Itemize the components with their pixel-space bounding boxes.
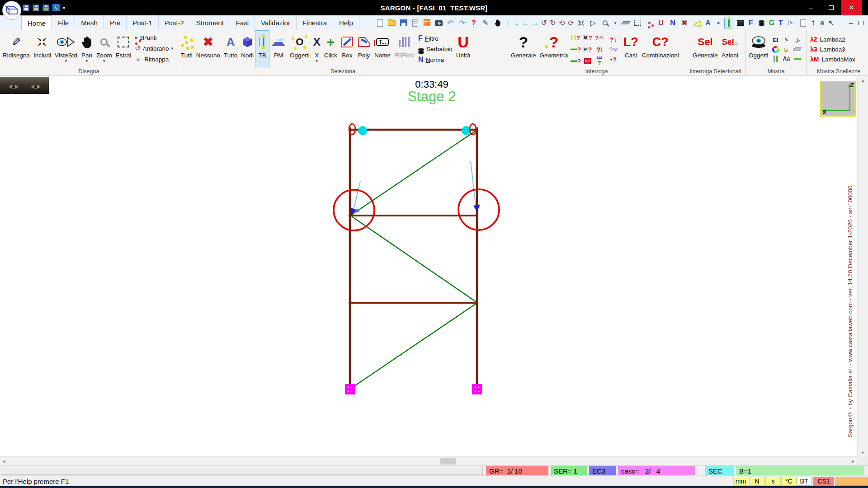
sel-azioni-button[interactable]: Sel↓ Azioni <box>720 31 740 68</box>
calculator-icon[interactable] <box>421 17 432 29</box>
edit-pencil-icon[interactable]: ✎ <box>480 17 491 29</box>
arrow-up-icon[interactable]: ↑ <box>504 17 512 29</box>
save-file-icon[interactable] <box>398 17 409 29</box>
pan-button[interactable]: Pan ▾ <box>79 31 94 68</box>
unit-length-badge[interactable]: mm <box>733 477 748 486</box>
tutto-button[interactable]: A Tutto <box>222 31 239 68</box>
save-copy-icon[interactable] <box>42 5 49 11</box>
zoom-button[interactable]: Zoom ▾ <box>94 31 114 68</box>
mostra-line-button[interactable] <box>794 58 801 60</box>
save-as-icon[interactable] <box>33 5 39 11</box>
lambda3-button[interactable]: λ3Lambda3 <box>810 44 868 54</box>
ridisegna-button[interactable]: ✎ Ridisegna <box>1 31 32 68</box>
filtro-button[interactable]: FFiltro <box>418 34 453 42</box>
new-file-icon[interactable] <box>374 17 385 29</box>
scroll-down-icon[interactable]: ▾ <box>858 448 868 456</box>
status-sec-badge[interactable]: SEC <box>705 466 734 475</box>
node-dot-icon[interactable]: ▪ <box>714 17 722 29</box>
norma-quick-icon[interactable]: N <box>667 17 678 29</box>
interroga-bar-button[interactable]: ?| <box>596 46 602 53</box>
cs1-badge[interactable]: CS1 <box>813 477 834 486</box>
tab-file[interactable]: File <box>52 15 75 30</box>
rotate-cw-icon[interactable]: ↻ <box>549 17 557 29</box>
structure-drawing[interactable] <box>0 76 857 456</box>
interroga-s-button[interactable]: S? <box>584 58 591 64</box>
edit-box-icon[interactable]: ✎ <box>786 17 797 29</box>
status-ec3-badge[interactable]: EC3 <box>589 466 616 475</box>
tab-help[interactable]: Help <box>333 15 359 30</box>
mostra-colors-button[interactable] <box>772 46 779 53</box>
close-button[interactable]: ✕ <box>841 0 862 15</box>
horizontal-scroll-thumb[interactable] <box>440 458 456 465</box>
grid-icon[interactable]: G <box>768 17 776 29</box>
fit-view-icon[interactable]: ↘↙↗↖ <box>576 17 587 29</box>
save-icon[interactable] <box>23 5 29 11</box>
poly-select-button[interactable]: Poly <box>355 31 373 68</box>
tab-validazioni[interactable]: Validazior <box>255 15 297 30</box>
t-tool-icon[interactable]: t <box>809 17 817 29</box>
database-icon[interactable] <box>756 17 767 29</box>
undo-icon[interactable]: ↶ <box>445 17 456 29</box>
pm-button[interactable]: PM <box>269 31 288 68</box>
estrai-button[interactable]: Estrai <box>114 31 133 68</box>
combinazioni-button[interactable]: C? Combinazioni <box>640 31 681 68</box>
rotate-down-icon[interactable]: ⟳ <box>567 17 575 29</box>
status-gr-badge[interactable]: GR= 1/ 10 <box>486 466 548 475</box>
mdi-minimize-button[interactable]: – <box>849 19 853 27</box>
interroga-qdot-button[interactable]: ●? <box>609 56 618 63</box>
interroga-geometria-button[interactable]: ? Geometria <box>538 31 570 68</box>
sel-generale-button[interactable]: Sel Generale <box>691 31 720 68</box>
interroga-generale-button[interactable]: ? Generale <box>509 31 538 68</box>
unita-button[interactable]: U Unità <box>454 31 472 68</box>
interroga-p-button[interactable]: P? <box>583 46 592 53</box>
tb-button[interactable]: TB <box>255 31 269 68</box>
click-button[interactable]: + Click <box>322 31 339 68</box>
zoom-tool-icon[interactable] <box>599 17 610 29</box>
e-tool-icon[interactable]: e <box>818 17 826 29</box>
drawing-canvas[interactable]: 0:33:49 Stage 2 <box>0 76 868 465</box>
vistestd-button[interactable]: VisteStd ▾ <box>53 31 79 68</box>
minimize-button[interactable]: – <box>801 0 821 15</box>
scroll-left-icon[interactable]: ◂ <box>0 457 8 465</box>
lambda2-button[interactable]: λ2Lambda2 <box>810 34 868 44</box>
open-folder-icon[interactable] <box>386 17 397 29</box>
app-logo[interactable] <box>2 1 21 20</box>
nessuno-button[interactable]: ✖ Nessuno <box>194 31 222 68</box>
maximize-button[interactable] <box>821 0 841 15</box>
status-caso-badge[interactable]: caso= 2/ 4 <box>618 466 695 475</box>
mostra-axis-z-button[interactable] <box>794 37 801 43</box>
interroga-beam1-button[interactable]: ? <box>571 46 581 53</box>
document-icon[interactable] <box>797 17 808 29</box>
unit-time-badge[interactable]: s <box>765 477 781 486</box>
display-icon[interactable] <box>735 17 746 29</box>
unit-force-badge[interactable]: N <box>749 477 765 486</box>
tutti-button[interactable]: Tutti <box>179 31 194 68</box>
horizontal-scrollbar[interactable]: ◂ ▸ <box>0 456 857 465</box>
mostra-bars-button[interactable] <box>774 56 778 62</box>
interroga-qwave-button[interactable]: ?ʍ <box>609 46 618 53</box>
norma-button[interactable]: NNorma <box>418 56 453 64</box>
points-red-icon[interactable] <box>644 17 655 29</box>
mdi-restore-button[interactable] <box>859 21 863 25</box>
deselect-all-icon[interactable]: ✖ <box>679 17 690 29</box>
arrow-right-icon[interactable]: → <box>531 17 539 29</box>
tab-finestra[interactable]: Finestra <box>297 15 333 30</box>
std-view-icon[interactable]: ▷ <box>588 17 599 29</box>
serbatoio-button[interactable]: Serbatoio <box>418 46 453 52</box>
mostra-pencil-button[interactable]: ✎ <box>784 37 788 43</box>
camera-icon[interactable] <box>433 17 444 29</box>
arrow-left-icon[interactable]: ← <box>522 17 530 29</box>
vertical-scrollbar[interactable]: ▴ ▾ <box>857 76 868 456</box>
interroga-m-button[interactable]: M? <box>583 34 592 41</box>
nome-button[interactable]: T... Nome <box>373 31 392 68</box>
mostra-el-button[interactable]: El <box>773 37 778 43</box>
tab-pre[interactable]: Pre <box>104 15 127 30</box>
units-quick-icon[interactable]: U <box>656 17 666 29</box>
status-ser-badge[interactable]: SER= 1 <box>551 466 587 475</box>
text-tool-icon[interactable]: T <box>777 17 785 29</box>
unit-temperature-badge[interactable]: °C <box>781 477 797 486</box>
section-view-icon[interactable] <box>620 17 631 29</box>
tab-post-1[interactable]: Post-1 <box>127 15 158 30</box>
quick-run-icon[interactable]: ϟ <box>52 4 60 11</box>
arrow-down-icon[interactable]: ↓ <box>513 17 521 29</box>
